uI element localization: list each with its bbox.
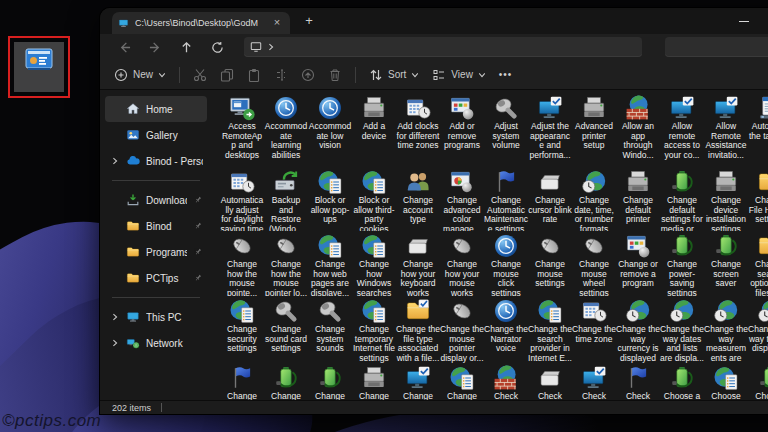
- grid-item[interactable]: Change File History settings: [748, 167, 768, 231]
- sort-button[interactable]: Sort: [369, 68, 419, 82]
- grid-item[interactable]: Accommodate low vision: [308, 93, 352, 167]
- sidebar-item-network[interactable]: Network: [105, 330, 207, 356]
- expand-chevron-icon[interactable]: [111, 157, 120, 165]
- grid-item[interactable]: Change or remove a program: [616, 231, 660, 296]
- grid-item[interactable]: Auto-hide the taskbar: [748, 93, 768, 167]
- grid-item[interactable]: Accommodate learning abilities: [264, 93, 308, 167]
- forward-button[interactable]: [147, 39, 163, 55]
- grid-item[interactable]: Allow remote access to your co...: [660, 93, 704, 167]
- delete-button[interactable]: [328, 68, 342, 82]
- grid-item[interactable]: Change device installation settings: [704, 167, 748, 231]
- search-input[interactable]: [665, 37, 768, 57]
- grid-item[interactable]: Change the mouse pointer display or...: [440, 296, 484, 363]
- sidebar-item-binod-personal[interactable]: Binod - Personal: [105, 148, 207, 174]
- grid-item[interactable]: Change system sounds: [308, 296, 352, 363]
- grid-item[interactable]: Change default printer: [616, 167, 660, 231]
- back-button[interactable]: [116, 39, 132, 55]
- grid-item[interactable]: Change account type: [396, 167, 440, 231]
- grid-item[interactable]: Change: [440, 363, 484, 400]
- copy-button[interactable]: [220, 68, 234, 82]
- grid-item[interactable]: Adjust the appearance and performa...: [528, 93, 572, 167]
- grid-item[interactable]: Change the way dates and lists are displ…: [660, 296, 704, 363]
- grid-item[interactable]: Change default settings for media or ...: [660, 167, 704, 231]
- grid-item[interactable]: Change: [308, 363, 352, 400]
- sidebar-item-gallery[interactable]: Gallery: [105, 122, 207, 148]
- sidebar-item-downloads[interactable]: Downloads: [105, 187, 207, 213]
- pin-icon[interactable]: [193, 221, 203, 231]
- grid-item[interactable]: Change sound card settings: [264, 296, 308, 363]
- grid-item[interactable]: Check: [616, 363, 660, 400]
- sidebar-item-programs[interactable]: Programs: [105, 239, 207, 265]
- grid-item[interactable]: Change the way currency is displayed: [616, 296, 660, 363]
- grid-item[interactable]: Change: [396, 363, 440, 400]
- grid-item[interactable]: Change power-saving settings: [660, 231, 704, 296]
- grid-item[interactable]: Change cursor blink rate: [528, 167, 572, 231]
- pin-icon[interactable]: [193, 195, 203, 205]
- grid-item[interactable]: Automatically adjust for daylight saving…: [220, 167, 264, 231]
- grid-item[interactable]: Backup and Restore (Windo...: [264, 167, 308, 231]
- grid-item[interactable]: Change temporary Internet file settings: [352, 296, 396, 363]
- grid-item[interactable]: Change mouse wheel settings: [572, 231, 616, 296]
- grid-item[interactable]: Block or allow third-party cookies: [352, 167, 396, 231]
- grid-item[interactable]: Change mouse click settings: [484, 231, 528, 296]
- grid-item[interactable]: Change search options for files a...: [748, 231, 768, 296]
- grid-item[interactable]: Change mouse settings: [528, 231, 572, 296]
- grid-item[interactable]: Change the search provider in Internet E…: [528, 296, 572, 363]
- grid-item[interactable]: Allow Remote Assistance invitatio...: [704, 93, 748, 167]
- grid-item[interactable]: Block or allow pop-ups: [308, 167, 352, 231]
- new-tab-button[interactable]: +: [300, 13, 318, 31]
- grid-item[interactable]: Add a device: [352, 93, 396, 167]
- share-button[interactable]: [301, 68, 315, 82]
- grid-item[interactable]: Change how Windows searches: [352, 231, 396, 296]
- grid-item[interactable]: Change how web pages are displaye...: [308, 231, 352, 296]
- grid-item[interactable]: Check: [484, 363, 528, 400]
- grid-item[interactable]: Advanced printer setup: [572, 93, 616, 167]
- pin-icon[interactable]: [193, 247, 203, 257]
- tab-close-icon[interactable]: ×: [270, 16, 284, 30]
- up-button[interactable]: [178, 39, 194, 55]
- view-button[interactable]: View: [432, 68, 486, 82]
- expand-chevron-icon[interactable]: [111, 339, 120, 347]
- explorer-tab[interactable]: C:\Users\Binod\Desktop\GodM ×: [112, 12, 290, 34]
- grid-item[interactable]: Change advanced color manage...: [440, 167, 484, 231]
- grid-item[interactable]: Change how your keyboard works: [396, 231, 440, 296]
- maximize-button[interactable]: [761, 8, 768, 34]
- grid-item[interactable]: Change Automatic Maintenance settings: [484, 167, 528, 231]
- minimize-button[interactable]: [727, 8, 761, 34]
- grid-item[interactable]: Change the way time is displayed: [748, 296, 768, 363]
- grid-item[interactable]: Change the file type associated with a f…: [396, 296, 440, 363]
- grid-item[interactable]: Change how your mouse works: [440, 231, 484, 296]
- grid-item[interactable]: Allow an app through Windo...: [616, 93, 660, 167]
- expand-chevron-icon[interactable]: [111, 313, 120, 321]
- grid-item[interactable]: Change the time zone: [572, 296, 616, 363]
- grid-item[interactable]: Check: [572, 363, 616, 400]
- grid-item[interactable]: Add clocks for different time zones: [396, 93, 440, 167]
- grid-item[interactable]: Change: [220, 363, 264, 400]
- grid-item[interactable]: Change security settings: [220, 296, 264, 363]
- grid-item[interactable]: Access RemoteApp and desktops: [220, 93, 264, 167]
- rename-button[interactable]: [274, 68, 288, 82]
- paste-button[interactable]: [247, 68, 261, 82]
- grid-item[interactable]: Choose a: [660, 363, 704, 400]
- address-bar[interactable]: [244, 37, 642, 57]
- grid-item[interactable]: Choose: [704, 363, 748, 400]
- grid-item[interactable]: Change date, time, or number formats: [572, 167, 616, 231]
- grid-item[interactable]: Add or remove programs: [440, 93, 484, 167]
- grid-item[interactable]: Change the Narrator voice: [484, 296, 528, 363]
- sidebar-item-this-pc[interactable]: This PC: [105, 304, 207, 330]
- grid-item[interactable]: Change the way measurements are d...: [704, 296, 748, 363]
- sidebar-item-home[interactable]: Home: [105, 96, 207, 122]
- sidebar-item-binod[interactable]: Binod: [105, 213, 207, 239]
- grid-item[interactable]: Check: [528, 363, 572, 400]
- grid-item[interactable]: Change: [264, 363, 308, 400]
- refresh-button[interactable]: [209, 39, 225, 55]
- grid-item[interactable]: Change how the mouse pointe...: [220, 231, 264, 296]
- grid-item[interactable]: Change: [352, 363, 396, 400]
- grid-item[interactable]: Change screen saver: [704, 231, 748, 296]
- grid-item[interactable]: Change how the mouse pointer lo...: [264, 231, 308, 296]
- cut-button[interactable]: [193, 68, 207, 82]
- grid-item[interactable]: Adjust system volume: [484, 93, 528, 167]
- more-options-button[interactable]: •••: [499, 69, 513, 80]
- grid-item[interactable]: Choose: [748, 363, 768, 400]
- sidebar-item-pctips[interactable]: PCTips: [105, 265, 207, 291]
